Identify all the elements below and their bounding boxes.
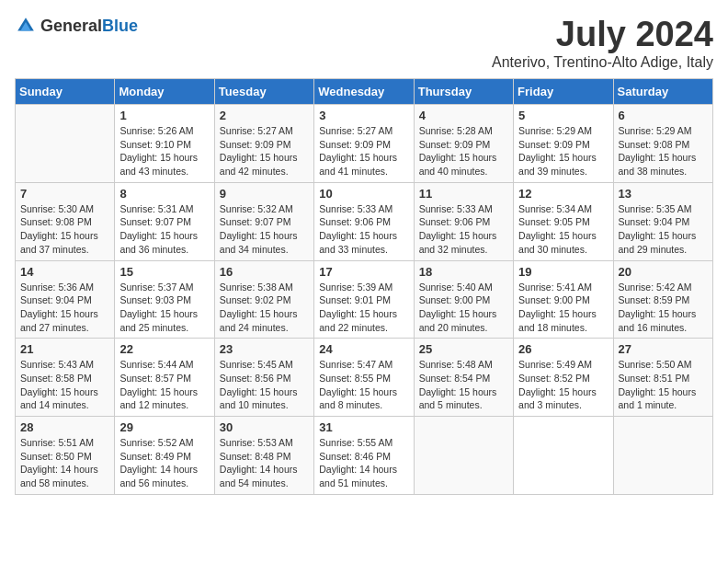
calendar-cell: 23Sunrise: 5:45 AM Sunset: 8:56 PM Dayli…: [214, 339, 313, 417]
week-row-2: 7Sunrise: 5:30 AM Sunset: 9:08 PM Daylig…: [16, 182, 713, 260]
day-info: Sunrise: 5:36 AM Sunset: 9:04 PM Dayligh…: [20, 281, 109, 335]
calendar-cell: 15Sunrise: 5:37 AM Sunset: 9:03 PM Dayli…: [115, 260, 214, 339]
day-info: Sunrise: 5:40 AM Sunset: 9:00 PM Dayligh…: [419, 281, 508, 335]
day-info: Sunrise: 5:35 AM Sunset: 9:04 PM Dayligh…: [619, 202, 708, 257]
logo: GeneralBlue: [15, 15, 138, 37]
day-number: 17: [319, 265, 408, 279]
day-info: Sunrise: 5:37 AM Sunset: 9:03 PM Dayligh…: [119, 281, 209, 335]
day-number: 2: [220, 109, 309, 122]
day-info: Sunrise: 5:52 AM Sunset: 8:49 PM Dayligh…: [119, 436, 209, 490]
day-info: Sunrise: 5:55 AM Sunset: 8:46 PM Dayligh…: [319, 436, 408, 490]
calendar-cell: 5Sunrise: 5:29 AM Sunset: 9:09 PM Daylig…: [514, 105, 613, 183]
calendar-cell: 19Sunrise: 5:41 AM Sunset: 9:00 PM Dayli…: [514, 260, 613, 339]
logo-general-text: General: [40, 17, 102, 35]
day-number: 1: [119, 109, 209, 122]
calendar-cell: 8Sunrise: 5:31 AM Sunset: 9:07 PM Daylig…: [115, 182, 214, 260]
day-info: Sunrise: 5:42 AM Sunset: 8:59 PM Dayligh…: [619, 281, 708, 335]
day-info: Sunrise: 5:38 AM Sunset: 9:02 PM Dayligh…: [220, 281, 309, 335]
calendar-cell: 13Sunrise: 5:35 AM Sunset: 9:04 PM Dayli…: [613, 182, 712, 260]
day-info: Sunrise: 5:44 AM Sunset: 8:57 PM Dayligh…: [119, 358, 209, 412]
day-number: 13: [619, 187, 708, 201]
calendar-cell: 29Sunrise: 5:52 AM Sunset: 8:49 PM Dayli…: [115, 417, 214, 495]
header-day-friday: Friday: [514, 79, 613, 105]
calendar-cell: 9Sunrise: 5:32 AM Sunset: 9:07 PM Daylig…: [214, 182, 313, 260]
day-info: Sunrise: 5:31 AM Sunset: 9:07 PM Dayligh…: [119, 202, 209, 257]
day-number: 14: [20, 265, 109, 279]
day-number: 31: [319, 420, 408, 434]
day-info: Sunrise: 5:34 AM Sunset: 9:05 PM Dayligh…: [518, 202, 608, 257]
day-number: 21: [20, 342, 109, 356]
calendar-cell: 4Sunrise: 5:28 AM Sunset: 9:09 PM Daylig…: [414, 105, 513, 183]
day-number: 30: [220, 420, 309, 434]
day-number: 9: [220, 187, 309, 201]
day-info: Sunrise: 5:32 AM Sunset: 9:07 PM Dayligh…: [220, 202, 309, 257]
calendar-cell: 31Sunrise: 5:55 AM Sunset: 8:46 PM Dayli…: [314, 417, 414, 495]
day-number: 7: [20, 187, 109, 201]
calendar-cell: 12Sunrise: 5:34 AM Sunset: 9:05 PM Dayli…: [514, 182, 613, 260]
day-info: Sunrise: 5:43 AM Sunset: 8:58 PM Dayligh…: [20, 358, 109, 412]
title-section: July 2024 Anterivo, Trentino-Alto Adige,…: [492, 15, 713, 71]
calendar-cell: 14Sunrise: 5:36 AM Sunset: 9:04 PM Dayli…: [16, 260, 115, 339]
day-number: 8: [119, 187, 209, 201]
day-info: Sunrise: 5:50 AM Sunset: 8:51 PM Dayligh…: [619, 358, 708, 412]
calendar-cell: 25Sunrise: 5:48 AM Sunset: 8:54 PM Dayli…: [414, 339, 513, 417]
day-number: 27: [619, 342, 708, 356]
calendar-cell: 21Sunrise: 5:43 AM Sunset: 8:58 PM Dayli…: [16, 339, 115, 417]
day-number: 20: [619, 265, 708, 279]
day-number: 15: [119, 265, 209, 279]
week-row-5: 28Sunrise: 5:51 AM Sunset: 8:50 PM Dayli…: [16, 417, 713, 495]
day-info: Sunrise: 5:30 AM Sunset: 9:08 PM Dayligh…: [20, 202, 109, 257]
day-number: 26: [518, 342, 608, 356]
week-row-3: 14Sunrise: 5:36 AM Sunset: 9:04 PM Dayli…: [16, 260, 713, 339]
calendar-cell: 27Sunrise: 5:50 AM Sunset: 8:51 PM Dayli…: [613, 339, 712, 417]
day-info: Sunrise: 5:28 AM Sunset: 9:09 PM Dayligh…: [419, 124, 508, 178]
day-number: 10: [319, 187, 408, 201]
calendar-cell: 3Sunrise: 5:27 AM Sunset: 9:09 PM Daylig…: [314, 105, 414, 183]
day-info: Sunrise: 5:26 AM Sunset: 9:10 PM Dayligh…: [119, 124, 209, 178]
header-day-thursday: Thursday: [414, 79, 513, 105]
calendar-cell: [414, 417, 513, 495]
month-year-title: July 2024: [492, 15, 713, 54]
calendar-cell: 17Sunrise: 5:39 AM Sunset: 9:01 PM Dayli…: [314, 260, 414, 339]
day-info: Sunrise: 5:33 AM Sunset: 9:06 PM Dayligh…: [319, 202, 408, 257]
day-number: 16: [220, 265, 309, 279]
day-info: Sunrise: 5:49 AM Sunset: 8:52 PM Dayligh…: [518, 358, 608, 412]
day-info: Sunrise: 5:48 AM Sunset: 8:54 PM Dayligh…: [419, 358, 508, 412]
day-info: Sunrise: 5:45 AM Sunset: 8:56 PM Dayligh…: [220, 358, 309, 412]
day-info: Sunrise: 5:51 AM Sunset: 8:50 PM Dayligh…: [20, 436, 109, 490]
calendar-cell: 6Sunrise: 5:29 AM Sunset: 9:08 PM Daylig…: [613, 105, 712, 183]
calendar-cell: [613, 417, 712, 495]
day-info: Sunrise: 5:47 AM Sunset: 8:55 PM Dayligh…: [319, 358, 408, 412]
calendar-table: SundayMondayTuesdayWednesdayThursdayFrid…: [15, 78, 713, 495]
header-day-saturday: Saturday: [613, 79, 712, 105]
calendar-cell: 20Sunrise: 5:42 AM Sunset: 8:59 PM Dayli…: [613, 260, 712, 339]
header-row: SundayMondayTuesdayWednesdayThursdayFrid…: [16, 79, 713, 105]
header: GeneralBlue July 2024 Anterivo, Trentino…: [15, 15, 713, 71]
day-info: Sunrise: 5:29 AM Sunset: 9:08 PM Dayligh…: [619, 124, 708, 178]
day-number: 12: [518, 187, 608, 201]
day-info: Sunrise: 5:41 AM Sunset: 9:00 PM Dayligh…: [518, 281, 608, 335]
calendar-cell: 1Sunrise: 5:26 AM Sunset: 9:10 PM Daylig…: [115, 105, 214, 183]
calendar-cell: 18Sunrise: 5:40 AM Sunset: 9:00 PM Dayli…: [414, 260, 513, 339]
calendar-cell: 7Sunrise: 5:30 AM Sunset: 9:08 PM Daylig…: [16, 182, 115, 260]
calendar-cell: 30Sunrise: 5:53 AM Sunset: 8:48 PM Dayli…: [214, 417, 313, 495]
header-day-tuesday: Tuesday: [214, 79, 313, 105]
day-number: 3: [319, 109, 408, 122]
day-info: Sunrise: 5:27 AM Sunset: 9:09 PM Dayligh…: [220, 124, 309, 178]
day-number: 25: [419, 342, 508, 356]
day-number: 23: [220, 342, 309, 356]
day-info: Sunrise: 5:33 AM Sunset: 9:06 PM Dayligh…: [419, 202, 508, 257]
day-info: Sunrise: 5:39 AM Sunset: 9:01 PM Dayligh…: [319, 281, 408, 335]
day-number: 24: [319, 342, 408, 356]
day-number: 29: [119, 420, 209, 434]
day-number: 22: [119, 342, 209, 356]
calendar-cell: 26Sunrise: 5:49 AM Sunset: 8:52 PM Dayli…: [514, 339, 613, 417]
header-day-sunday: Sunday: [16, 79, 115, 105]
calendar-cell: 24Sunrise: 5:47 AM Sunset: 8:55 PM Dayli…: [314, 339, 414, 417]
day-number: 11: [419, 187, 508, 201]
location-subtitle: Anterivo, Trentino-Alto Adige, Italy: [492, 54, 713, 71]
day-info: Sunrise: 5:53 AM Sunset: 8:48 PM Dayligh…: [220, 436, 309, 490]
day-number: 6: [619, 109, 708, 122]
week-row-1: 1Sunrise: 5:26 AM Sunset: 9:10 PM Daylig…: [16, 105, 713, 183]
calendar-cell: 10Sunrise: 5:33 AM Sunset: 9:06 PM Dayli…: [314, 182, 414, 260]
